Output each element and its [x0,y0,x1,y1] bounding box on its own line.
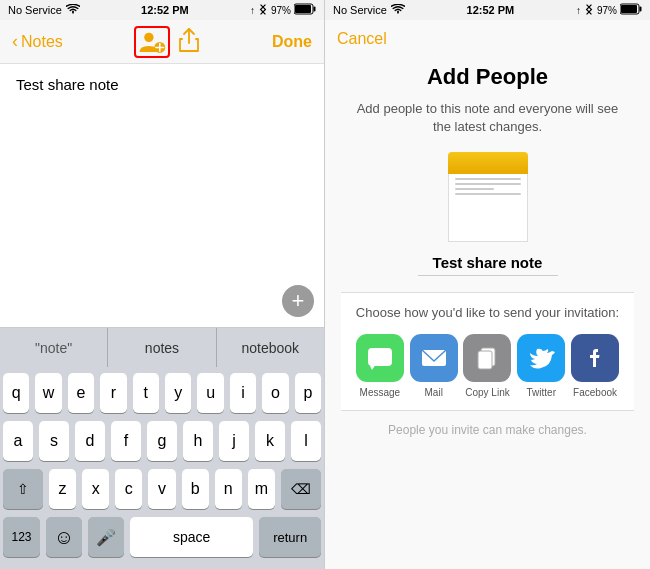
key-n[interactable]: n [215,469,242,509]
twitter-icon [517,334,565,382]
key-z[interactable]: z [49,469,76,509]
add-people-content: Add People Add people to this note and e… [325,54,650,569]
floating-plus-button[interactable]: + [282,285,314,317]
key-b[interactable]: b [182,469,209,509]
key-row-2: a s d f g h j k l [3,421,321,461]
share-item-facebook[interactable]: Facebook [569,334,621,398]
right-status-left: No Service [333,4,405,17]
share-item-twitter[interactable]: Twitter [515,334,567,398]
share-item-copy[interactable]: Copy Link [461,334,513,398]
right-direction-icon: ↑ [576,5,581,16]
note-icon-lines [448,174,528,242]
share-label-copy: Copy Link [465,387,509,398]
right-nav-bar: Cancel [325,20,650,54]
svg-rect-8 [639,7,641,12]
left-service-text: No Service [8,4,62,16]
right-status-bar: No Service 12:52 PM ↑ 97% [325,0,650,20]
key-return[interactable]: return [259,517,321,557]
key-row-4: 123 ☺ 🎤 space return [3,517,321,557]
back-arrow-icon: ‹ [12,31,18,52]
share-icons-row: Message Mail [349,334,626,398]
key-w[interactable]: w [35,373,61,413]
keyboard-suggestions-bar: "note" notes notebook [0,327,324,367]
key-r[interactable]: r [100,373,126,413]
invitation-label: Choose how you'd like to send your invit… [349,305,626,320]
key-a[interactable]: a [3,421,33,461]
note-icon-top [448,152,528,174]
key-space[interactable]: space [130,517,253,557]
key-delete[interactable]: ⌫ [281,469,321,509]
add-people-description: Add people to this note and everyone wil… [341,100,634,136]
share-item-message[interactable]: Message [354,334,406,398]
share-label-facebook: Facebook [573,387,617,398]
key-v[interactable]: v [148,469,175,509]
nav-center-icons [134,26,200,58]
done-button[interactable]: Done [272,33,312,51]
left-bluetooth-icon [258,3,268,18]
note-line-3 [455,188,495,190]
key-m[interactable]: m [248,469,275,509]
left-direction-icon: ↑ [250,5,255,16]
key-j[interactable]: j [219,421,249,461]
key-e[interactable]: e [68,373,94,413]
note-title-label: Test share note [433,254,543,271]
key-s[interactable]: s [39,421,69,461]
notes-back-button[interactable]: ‹ Notes [12,31,63,52]
key-shift[interactable]: ⇧ [3,469,43,509]
suggestion-notes[interactable]: notes [108,328,216,367]
key-c[interactable]: c [115,469,142,509]
share-label-twitter: Twitter [527,387,556,398]
key-123[interactable]: 123 [3,517,40,557]
key-y[interactable]: y [165,373,191,413]
suggestion-notebook[interactable]: notebook [217,328,324,367]
key-t[interactable]: t [133,373,159,413]
left-battery-text: 97% [271,5,291,16]
key-g[interactable]: g [147,421,177,461]
right-battery-icon [620,3,642,17]
facebook-icon [571,334,619,382]
mail-icon [410,334,458,382]
right-bluetooth-icon [584,3,594,18]
key-p[interactable]: p [295,373,321,413]
key-k[interactable]: k [255,421,285,461]
key-row-1: q w e r t y u i o p [3,373,321,413]
right-service-text: No Service [333,4,387,16]
note-line-1 [455,178,521,180]
key-microphone[interactable]: 🎤 [88,517,124,557]
right-panel: No Service 12:52 PM ↑ 97% [325,0,650,569]
suggestion-note-quoted[interactable]: "note" [0,328,108,367]
svg-rect-10 [368,348,392,366]
key-x[interactable]: x [82,469,109,509]
add-person-button[interactable] [134,26,170,58]
key-o[interactable]: o [262,373,288,413]
key-i[interactable]: i [230,373,256,413]
copy-link-icon [463,334,511,382]
svg-rect-2 [295,5,311,13]
left-status-right: ↑ 97% [250,3,316,18]
key-l[interactable]: l [291,421,321,461]
share-button[interactable] [178,27,200,57]
svg-point-3 [145,32,154,41]
key-emoji[interactable]: ☺ [46,517,82,557]
key-q[interactable]: q [3,373,29,413]
svg-rect-14 [478,351,492,369]
add-people-title: Add People [427,64,548,90]
note-line-4 [455,193,521,195]
share-item-mail[interactable]: Mail [408,334,460,398]
key-h[interactable]: h [183,421,213,461]
cancel-button[interactable]: Cancel [337,30,387,48]
share-label-mail: Mail [425,387,443,398]
svg-rect-1 [313,7,315,12]
right-battery-text: 97% [597,5,617,16]
keyboard: q w e r t y u i o p a s d f g h j k l ⇧ … [0,367,324,569]
left-panel: No Service 12:52 PM ↑ 97% [0,0,325,569]
key-u[interactable]: u [197,373,223,413]
note-content-area[interactable]: Test share note + [0,64,324,327]
note-underline [418,275,558,276]
left-time: 12:52 PM [141,4,189,16]
back-label: Notes [21,33,63,51]
left-battery-icon [294,3,316,17]
key-d[interactable]: d [75,421,105,461]
key-f[interactable]: f [111,421,141,461]
left-status-left: No Service [8,4,80,17]
